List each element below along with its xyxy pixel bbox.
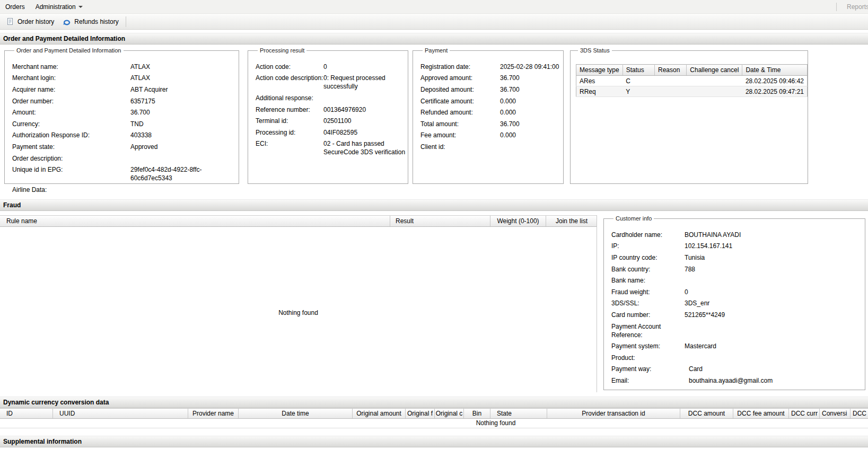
field-label: Payment way: [611,365,685,373]
field-label: 3DS/SSL: [611,299,685,307]
row-client-id: Client id: [420,141,563,153]
order-details-legend: Order and Payment Detailed Information [14,47,124,54]
field-label: Unique id in EPG: [12,165,130,182]
fraud-col-result[interactable]: Result [390,216,490,226]
cell [654,76,686,86]
three-ds-col-message-type[interactable]: Message type [576,65,623,76]
dcc-col-dcc-fee-currency[interactable]: DCC fee [851,409,868,418]
field-label: Payment Account Reference: [611,322,685,339]
row-product: Product: [611,352,865,364]
processing-result-legend: Processing result [258,47,306,54]
menu-administration[interactable]: Administration [30,3,88,11]
field-value: 403338 [130,131,152,139]
refunds-history-button[interactable]: Refunds history [58,16,122,28]
dcc-col-original-amount[interactable]: Original amount [353,409,406,418]
fraud-col-weight[interactable]: Weight (0-100) [490,216,546,226]
table-row[interactable]: ARes C 28.02.2025 09:46:42 [576,76,808,86]
field-label: Refunded amount: [420,108,500,117]
dcc-col-state[interactable]: State [490,409,547,418]
dcc-col-provider-name[interactable]: Provider name [188,409,239,418]
field-value: BOUTHAINA AYADI [685,231,741,239]
cell: 28.02.2025 09:46:42 [742,76,808,86]
fraud-col-rule-name[interactable]: Rule name [0,216,390,226]
field-label: Order description: [12,154,130,163]
dcc-col-original-fee[interactable]: Original f [406,409,435,418]
cell: 28.02.2025 09:47:21 [742,86,808,97]
menu-reports[interactable]: Reports [841,3,868,11]
dcc-col-id[interactable]: ID [0,409,53,418]
row-eci: ECI:02 - Card has passed SecureCode 3DS … [256,138,408,158]
field-value: 001364976920 [323,105,407,114]
row-reference-number: Reference number:001364976920 [256,104,408,116]
dcc-col-uuid[interactable]: UUID [53,409,188,418]
field-value: 36.700 [500,120,520,128]
row-payment-account-reference: Payment Account Reference: [611,321,865,341]
chevron-down-icon [78,6,83,8]
fraud-col-join-the-list[interactable]: Join the list [546,216,597,226]
section-order-payment-header: Order and Payment Detailed Information [0,33,868,45]
field-label: ECI: [256,139,323,156]
field-value: 3DS_enr [685,299,709,307]
dcc-col-provider-transaction-id[interactable]: Provider transaction id [547,409,680,418]
refunds-history-label: Refunds history [74,18,118,25]
order-history-button[interactable]: Order history [2,16,58,27]
field-label: Payment system: [611,342,685,350]
toolbar-separator [126,16,126,27]
menu-administration-label: Administration [36,3,76,11]
dcc-col-date-time[interactable]: Date time [239,409,353,418]
field-label: Cardholder name: [611,231,685,239]
row-fraud-weight: Fraud weight:0 [611,286,865,298]
fraud-table-header: Rule name Result Weight (0-100) Join the… [0,215,597,227]
field-value: 6357175 [130,97,155,105]
field-value: 102.154.167.141 [685,242,732,250]
row-bank-country: Bank country:788 [611,263,865,275]
row-ip: IP:102.154.167.141 [611,241,865,252]
row-merchant-name: Merchant name:ATLAX [12,61,239,73]
dcc-col-dcc-fee-amount[interactable]: DCC fee amount [733,409,789,418]
field-label: IP country code: [611,253,685,262]
menubar: Orders Administration Reports [0,0,868,14]
three-ds-col-date-time[interactable]: Date & Time [742,65,808,76]
field-label: Client id: [420,143,500,151]
row-refunded-amount: Refunded amount:0.000 [420,107,563,118]
dcc-table-inner: ID UUID Provider name Date time Original… [0,408,868,428]
dcc-col-dcc-amount[interactable]: DCC amount [680,409,733,418]
table-row[interactable]: RReq Y 28.02.2025 09:47:21 [576,86,808,97]
dcc-col-dcc-currency[interactable]: DCC curr [789,409,820,418]
row-auth-response-id: Authorization Response ID:403338 [12,130,239,142]
field-label: Acquirer name: [12,85,130,94]
dcc-col-bin[interactable]: Bin [464,409,490,418]
field-label: Email: [611,376,685,385]
row-email: Email:bouthaina.ayaadi@gmail.com [611,375,865,386]
row-payment-system: Payment system:Mastercard [611,340,865,352]
row-order-description: Order description: [12,153,239,164]
field-value: TND [130,120,144,128]
field-label: Fraud weight: [611,288,685,296]
dcc-col-conversion[interactable]: Conversi [820,409,851,418]
three-ds-legend: 3DS Status [578,47,612,54]
fraud-empty-text: Nothing found [278,309,318,316]
field-value: 0 [685,288,688,296]
field-value: 02 - Card has passed SecureCode 3DS veri… [323,139,407,156]
cell [654,86,686,97]
menu-separator [836,3,837,11]
dcc-table-header: ID UUID Provider name Date time Original… [0,408,868,419]
row-order-number: Order number:6357175 [12,95,239,107]
three-ds-table: Message type Status Reason Challenge can… [576,64,808,97]
row-cardholder-name: Cardholder name:BOUTHAINA AYADI [611,229,865,241]
row-terminal-id: Terminal id:02501100 [256,115,408,127]
three-ds-col-challenge-cancel[interactable]: Challenge cancel [687,65,742,76]
menubar-right: Reports [831,3,868,11]
section-fraud-header: Fraud [0,199,868,211]
field-label: Merchant login: [12,74,130,82]
customer-info-legend: Customer info [613,215,654,222]
three-ds-col-status[interactable]: Status [622,65,654,76]
dcc-col-original-currency[interactable]: Original c [435,409,464,418]
order-history-icon [6,17,14,25]
three-ds-col-reason[interactable]: Reason [654,65,686,76]
menu-orders[interactable]: Orders [4,3,30,11]
row-registration-date: Registration date:2025-02-28 09:41:00 [420,61,563,73]
field-label: Action code description: [256,74,323,91]
order-details-panel: Order and Payment Detailed Information M… [4,47,239,184]
cell [687,76,742,86]
